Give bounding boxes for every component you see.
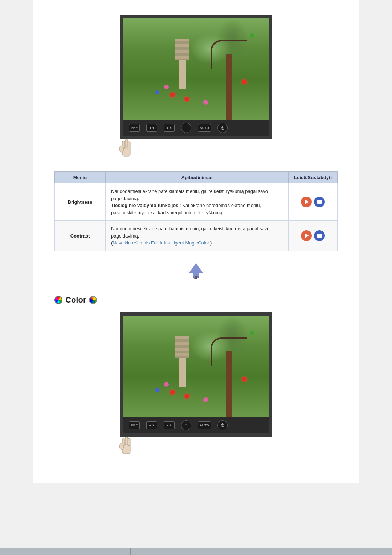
up-arrow-container: UP [187,262,205,280]
settings-table: Meniu Apibūdinimas Leisti/Sustabdyti Bri… [54,171,338,251]
ctrl-power-btn-2[interactable]: ⏻ [217,420,228,430]
arrow-shape [189,263,203,273]
monitor-frame-1: PRE ◄▼ ▲✶ □ AUTO ⏻ [120,15,272,139]
tree-branches-2 [211,337,247,366]
tree-branches [211,40,247,69]
btn-group-contrast [294,230,332,241]
garden-background-1 [123,18,269,120]
ctrl-nav-btn[interactable]: ◄▼ [146,124,157,132]
ctrl-menu-btn[interactable]: □ [181,123,191,133]
col-header-menu: Meniu [55,172,106,183]
bottom-bar-segment-3 [261,548,392,555]
section-divider [54,288,338,288]
color-section-heading: Color [54,295,338,305]
bottom-bar-segment-2 [131,548,261,555]
hand-cursor-1 [118,136,134,161]
menu-item-contrast: Contrast [55,221,106,251]
up-arrow-icon: UP [187,262,205,280]
lantern-5 [250,33,254,38]
lantern-2-7 [203,397,208,402]
color-icon-left [54,296,62,304]
play-button-contrast[interactable] [301,230,312,241]
lantern-7 [203,100,208,105]
lantern-2-1 [170,390,175,395]
lantern-4 [155,90,159,94]
ctrl-menu-btn-2[interactable]: □ [181,420,191,430]
lantern-3 [164,85,169,89]
btn-group-brightness [294,197,332,207]
ctrl-auto-btn-2[interactable]: AUTO [198,421,211,429]
lantern-1 [170,92,175,97]
svg-point-4 [119,146,124,152]
lantern-2-2 [184,394,189,399]
description-contrast: Naudodamiesi ekrane pateikiamais meniu, … [106,221,289,251]
svg-rect-9 [125,437,128,445]
svg-rect-3 [128,141,130,148]
ctrl-brightness-btn[interactable]: ▲✶ [164,124,175,132]
pagoda-decoration-2 [179,358,186,387]
up-arrow-section: UP [54,262,338,280]
ctrl-pre-btn-2[interactable]: PRE [129,421,140,429]
svg-point-11 [119,443,124,450]
ctrl-pre-btn[interactable]: PRE [129,124,140,132]
monitor-controls-1: PRE ◄▼ ▲✶ □ AUTO ⏻ [123,120,272,136]
stop-button-contrast[interactable] [314,230,325,241]
bottom-bar-segment-1 [0,548,131,555]
garden-background-2 [123,316,269,417]
ctrl-brightness-btn-2[interactable]: ▲✶ [164,421,175,429]
hand-cursor-2 [118,433,134,458]
lantern-2-4 [155,388,159,392]
svg-rect-10 [128,438,130,446]
menu-table: Meniu Apibūdinimas Leisti/Sustabdyti Bri… [54,171,338,251]
magiccolor-link[interactable]: Neveikia režimais Full ir Intelligent Ma… [113,240,210,246]
ctrl-power-btn[interactable]: ⏻ [217,123,228,133]
monitor-frame-2: PRE ◄▼ ▲✶ □ AUTO ⏻ [120,312,272,437]
play-button-brightness[interactable] [301,197,312,207]
color-heading-text: Color [65,295,86,305]
stop-button-brightness[interactable] [314,197,325,207]
play-stop-contrast [288,221,337,251]
monitor-section-1: PRE ◄▼ ▲✶ □ AUTO ⏻ [54,15,338,161]
lantern-2-5 [250,331,254,335]
monitor-controls-2: PRE ◄▼ ▲✶ □ AUTO ⏻ [123,417,272,433]
monitor-screen-2 [123,316,269,417]
menu-item-brightness: Brightness [55,183,106,221]
ctrl-nav-btn-2[interactable]: ◄▼ [146,421,157,429]
lantern-2-3 [164,382,169,387]
description-brightness: Naudodamiesi ekrane pateikiamais meniu, … [106,183,289,221]
color-icon-right [89,296,97,304]
col-header-description: Apibūdinimas [106,172,289,183]
up-label: UP [193,276,199,280]
monitor-section-2: PRE ◄▼ ▲✶ □ AUTO ⏻ [54,312,338,458]
table-row-contrast: Contrast Naudodamiesi ekrane pateikiamai… [55,221,338,251]
svg-rect-2 [125,139,128,147]
play-stop-brightness [288,183,337,221]
table-row-brightness: Brightness Naudodamiesi ekrane pateikiam… [55,183,338,221]
lantern-2 [184,97,189,102]
bottom-bar [0,548,392,555]
pagoda-decoration [179,60,186,89]
lantern-6 [242,79,247,84]
col-header-play-stop: Leisti/Sustabdyti [288,172,337,183]
lantern-2-6 [242,377,247,382]
ctrl-auto-btn[interactable]: AUTO [198,124,211,132]
monitor-screen-1 [123,18,269,120]
